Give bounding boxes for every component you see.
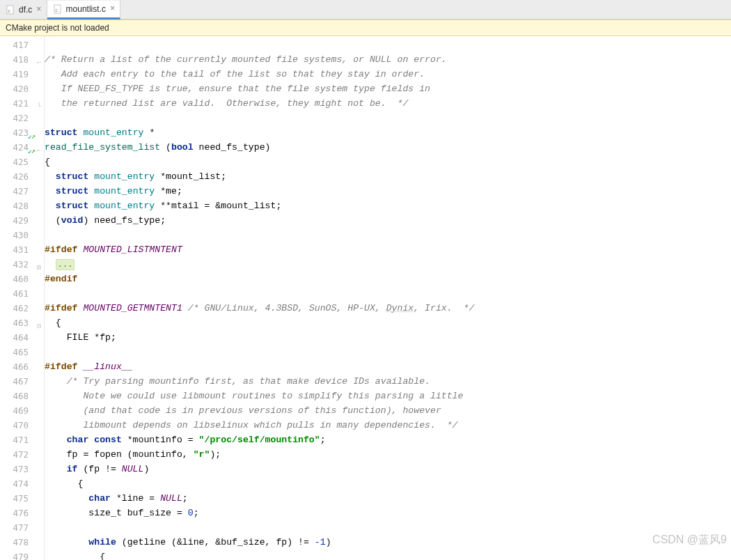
line-number: 428 xyxy=(0,199,44,213)
code-line: #ifdef MOUNTED_LISTMNTENT xyxy=(45,242,731,257)
tab-bar: c df.c × c mountlist.c × xyxy=(0,0,731,20)
line-number: 468 xyxy=(0,389,44,403)
line-number: 426 xyxy=(0,169,44,184)
code-line: struct mount_entry *me; xyxy=(45,184,731,199)
code-line xyxy=(45,38,731,52)
gutter: 417 418⌐ 419 420 421└ 422 423↙↗ 424↙↗⌐ 4… xyxy=(0,36,45,560)
line-number: 424↙↗⌐ xyxy=(0,140,44,155)
line-number: 472 xyxy=(0,447,44,462)
code-line: /* Try parsing mountinfo first, as that … xyxy=(45,374,731,389)
svg-text:c: c xyxy=(8,8,11,14)
editor[interactable]: 417 418⌐ 419 420 421└ 422 423↙↗ 424↙↗⌐ 4… xyxy=(0,36,731,560)
code-line: size_t buf_size = 0; xyxy=(45,506,731,520)
code-line: Add each entry to the tail of the list s… xyxy=(45,67,731,81)
line-number: 478 xyxy=(0,535,44,550)
code-line: #ifdef MOUNTED_GETMNTENT1 /* GNU/Linux, … xyxy=(45,301,731,316)
line-number: 419 xyxy=(0,67,44,81)
code-line: { xyxy=(45,550,731,560)
code-area[interactable]: /* Return a list of the currently mounte… xyxy=(45,36,731,560)
line-number: 425 xyxy=(0,155,44,169)
line-number: 466 xyxy=(0,359,44,374)
line-number: 427 xyxy=(0,184,44,199)
code-line: #ifdef __linux__ xyxy=(45,359,731,374)
close-icon[interactable]: × xyxy=(109,4,115,14)
code-line: /* Return a list of the currently mounte… xyxy=(45,52,731,67)
code-line: libmount depends on libselinux which pul… xyxy=(45,418,731,433)
line-number: 463⊟ xyxy=(0,316,44,330)
line-number: 417 xyxy=(0,38,44,52)
code-line: #endif xyxy=(45,272,731,286)
code-line: FILE *fp; xyxy=(45,330,731,345)
code-line: (void) need_fs_type; xyxy=(45,213,731,228)
code-line xyxy=(45,111,731,125)
line-number: 467 xyxy=(0,374,44,389)
code-line: char *line = NULL; xyxy=(45,491,731,506)
code-line: If NEED_FS_TYPE is true, ensure that the… xyxy=(45,81,731,96)
code-line: the returned list are valid. Otherwise, … xyxy=(45,96,731,111)
code-line: read_file_system_list (bool need_fs_type… xyxy=(45,140,731,155)
notice-text: CMake project is not loaded xyxy=(6,23,109,33)
c-file-icon: c xyxy=(54,4,63,14)
tab-mountlist[interactable]: c mountlist.c × xyxy=(47,1,121,20)
code-line: struct mount_entry *mount_list; xyxy=(45,169,731,184)
line-number: 477 xyxy=(0,520,44,535)
code-line xyxy=(45,286,731,301)
line-number: 462 xyxy=(0,301,44,316)
line-number: 471 xyxy=(0,433,44,447)
line-number: 461 xyxy=(0,286,44,301)
code-line: Note we could use libmount routines to s… xyxy=(45,389,731,403)
line-number: 418⌐ xyxy=(0,52,44,67)
code-line: ... xyxy=(45,257,731,272)
line-number: 479 xyxy=(0,550,44,560)
tab-label: df.c xyxy=(19,5,32,15)
line-number: 473 xyxy=(0,462,44,476)
close-icon[interactable]: × xyxy=(35,5,41,15)
code-line: struct mount_entry * xyxy=(45,125,731,140)
line-number: 476 xyxy=(0,506,44,520)
line-number: 464 xyxy=(0,330,44,345)
svg-text:c: c xyxy=(55,7,58,13)
line-number: 430 xyxy=(0,228,44,242)
c-file-icon: c xyxy=(6,5,16,15)
line-number: 431 xyxy=(0,242,44,257)
line-number: 475 xyxy=(0,491,44,506)
line-number: 470 xyxy=(0,418,44,433)
code-line: (and that code is in previous versions o… xyxy=(45,403,731,418)
line-number: 474 xyxy=(0,476,44,491)
code-line xyxy=(45,520,731,535)
line-number: 420 xyxy=(0,81,44,96)
line-number: 422 xyxy=(0,111,44,125)
code-line: char const *mountinfo = "/proc/self/moun… xyxy=(45,433,731,447)
code-line: struct mount_entry **mtail = &mount_list… xyxy=(45,199,731,213)
line-number: 429 xyxy=(0,213,44,228)
line-number: 460 xyxy=(0,272,44,286)
line-number: 465 xyxy=(0,345,44,359)
line-number: 421└ xyxy=(0,96,44,111)
code-line: { xyxy=(45,316,731,330)
line-number: 432⊞ xyxy=(0,257,44,272)
line-number: 469 xyxy=(0,403,44,418)
code-line: { xyxy=(45,476,731,491)
code-line: if (fp != NULL) xyxy=(45,462,731,476)
tab-label: mountlist.c xyxy=(66,4,106,14)
code-line: while (getline (&line, &buf_size, fp) !=… xyxy=(45,535,731,550)
code-line xyxy=(45,345,731,359)
fold-placeholder[interactable]: ... xyxy=(56,259,75,270)
tab-df[interactable]: c df.c × xyxy=(0,0,47,19)
code-line: { xyxy=(45,155,731,169)
code-line xyxy=(45,228,731,242)
notice-bar[interactable]: CMake project is not loaded xyxy=(0,20,731,36)
code-line: fp = fopen (mountinfo, "r"); xyxy=(45,447,731,462)
line-number: 423↙↗ xyxy=(0,125,44,140)
